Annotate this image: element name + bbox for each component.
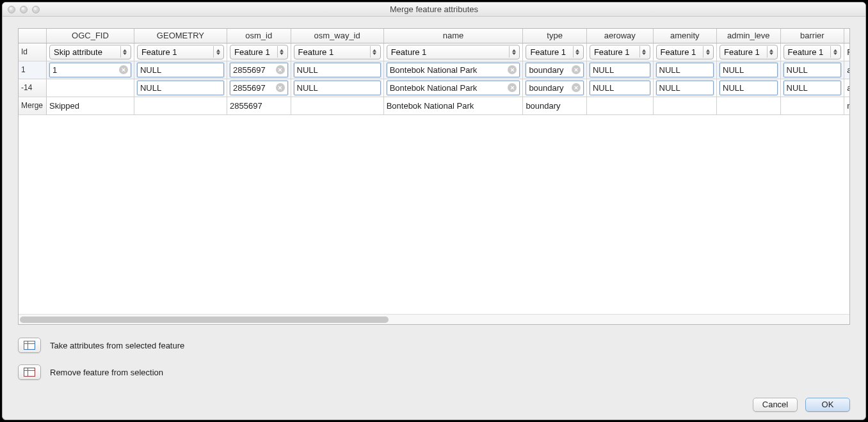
combo-name[interactable]: Feature 1 (387, 45, 520, 59)
take-attributes-button[interactable] (18, 338, 41, 353)
combo-osm_way_id-label: Feature 1 (298, 47, 370, 57)
merge-cell-geometry (134, 97, 227, 114)
table-row[interactable]: 1 1 NULL 2855697 NULL Bontebok National … (19, 61, 849, 79)
remove-feature-button[interactable] (18, 364, 41, 380)
col-header-aeroway[interactable]: aeroway (586, 29, 653, 43)
ok-button[interactable]: OK (805, 398, 850, 412)
attribute-table: OGC_FID GEOMETRY osm_id osm_way_id name … (19, 29, 849, 115)
action-remove-row: Remove feature from selection (18, 364, 850, 380)
cell-ogc_fid[interactable]: 1 (49, 63, 131, 77)
cell-name[interactable]: Bontebok National Park (387, 63, 520, 77)
cell-aeroway[interactable]: NULL (590, 81, 650, 95)
cell-aeroway-value: NULL (593, 83, 647, 93)
combo-type[interactable]: Feature 1 (526, 45, 584, 59)
scrollbar-thumb[interactable] (20, 316, 389, 323)
combo-geometry[interactable]: Feature 1 (137, 45, 224, 59)
window-controls (3, 6, 40, 13)
horizontal-scrollbar[interactable] (19, 314, 849, 324)
clear-icon[interactable] (508, 83, 517, 92)
cancel-button[interactable]: Cancel (753, 398, 798, 412)
col-header-osm_id[interactable]: osm_id (227, 29, 291, 43)
cell-ogc_fid-value: 1 (52, 65, 117, 75)
titlebar: Merge feature attributes (3, 3, 865, 17)
clear-icon[interactable] (508, 65, 517, 74)
cell-barrier[interactable]: NULL (784, 81, 842, 95)
cell-geometry[interactable]: NULL (137, 63, 224, 77)
col-header-ogc_fid[interactable]: OGC_FID (47, 29, 134, 43)
combo-osm_id-label: Feature 1 (234, 47, 277, 57)
combo-amenity[interactable]: Feature 1 (656, 45, 714, 59)
cell-aeroway[interactable]: NULL (590, 63, 650, 77)
cell-name[interactable]: Bontebok National Park (387, 81, 520, 95)
table-row[interactable]: -14 NULL 2855697 NULL Bontebok National … (19, 79, 849, 97)
stepper-icon (703, 46, 712, 58)
combo-barrier[interactable]: Feature 1 (784, 45, 842, 59)
clear-icon[interactable] (572, 65, 581, 74)
cell-type[interactable]: boundary (526, 63, 584, 77)
close-icon[interactable] (8, 6, 15, 13)
stepper-icon (639, 46, 648, 58)
cell-ogc_fid[interactable] (47, 79, 134, 97)
cell-extra-value: Fea (847, 47, 849, 57)
merge-cell-type-value: boundary (526, 101, 560, 111)
cell-osm_way_id[interactable]: NULL (294, 63, 381, 77)
combo-admin_leve[interactable]: Feature 1 (719, 45, 778, 59)
window-title: Merge feature attributes (3, 4, 865, 14)
merge-cell-amenity (653, 97, 717, 114)
merge-cell-admin_leve (717, 97, 781, 114)
zoom-icon[interactable] (32, 6, 40, 13)
col-header-amenity[interactable]: amenity (653, 29, 717, 43)
minimize-icon[interactable] (20, 6, 28, 13)
col-header-name[interactable]: name (383, 29, 523, 43)
stepper-icon (509, 46, 518, 58)
cell-geometry[interactable]: NULL (137, 81, 224, 95)
remove-table-icon (24, 368, 35, 377)
combo-osm_id[interactable]: Feature 1 (230, 45, 288, 59)
combo-aeroway[interactable]: Feature 1 (590, 45, 650, 59)
merge-row: MergeSkipped2855697Bontebok National Par… (19, 97, 849, 114)
combo-osm_way_id[interactable]: Feature 1 (294, 45, 381, 59)
combo-ogc_fid[interactable]: Skip attribute (49, 45, 131, 59)
merge-cell-barrier (780, 97, 844, 114)
col-header-type[interactable]: type (523, 29, 587, 43)
cell-osm_id[interactable]: 2855697 (230, 81, 288, 95)
clear-icon[interactable] (276, 65, 285, 74)
cell-aeroway-value: NULL (593, 65, 647, 75)
cell-type[interactable]: boundary (526, 81, 584, 95)
merge-cell-extra: natio (844, 97, 849, 114)
clear-icon[interactable] (119, 65, 128, 74)
stepper-icon (213, 46, 222, 58)
clear-icon[interactable] (276, 83, 285, 92)
combo-type-label: Feature 1 (530, 47, 573, 57)
clear-icon[interactable] (572, 83, 581, 92)
col-header-geometry[interactable]: GEOMETRY (134, 29, 227, 43)
col-header-barrier[interactable]: barrier (780, 29, 844, 43)
merge-cell-ogc_fid: Skipped (47, 97, 134, 114)
cell-osm_way_id[interactable]: NULL (294, 81, 381, 95)
cell-geometry-value: NULL (140, 65, 221, 75)
cell-name-value: Bontebok National Park (390, 83, 506, 93)
cell-admin_leve[interactable]: NULL (719, 63, 778, 77)
stepper-icon (370, 46, 379, 58)
stepper-icon (277, 46, 286, 58)
col-header-osm_way_id[interactable]: osm_way_id (291, 29, 383, 43)
cell-osm_way_id-value: NULL (297, 83, 378, 93)
col-header-extra[interactable] (844, 29, 849, 43)
col-header-admin_leve[interactable]: admin_leve (717, 29, 781, 43)
cell-barrier[interactable]: NULL (784, 63, 842, 77)
cell-amenity[interactable]: NULL (656, 81, 714, 95)
cell-osm_way_id-value: NULL (297, 65, 378, 75)
combo-geometry-label: Feature 1 (141, 47, 213, 57)
cell-type-value: boundary (529, 83, 569, 93)
cell-amenity-value: NULL (659, 65, 711, 75)
dialog-window: Merge feature attributes OGC_FID GEOMETR… (2, 2, 866, 420)
column-header-row: OGC_FID GEOMETRY osm_id osm_way_id name … (19, 29, 849, 43)
stepper-icon (767, 46, 776, 58)
take-attributes-label: Take attributes from selected feature (50, 341, 184, 350)
cell-osm_id[interactable]: 2855697 (230, 63, 288, 77)
cell-admin_leve[interactable]: NULL (719, 81, 778, 95)
cell-amenity[interactable]: NULL (656, 63, 714, 77)
merge-cell-ogc_fid-value: Skipped (49, 101, 79, 111)
row-header: 1 (19, 61, 47, 79)
attribute-table-scroll[interactable]: OGC_FID GEOMETRY osm_id osm_way_id name … (19, 29, 849, 314)
